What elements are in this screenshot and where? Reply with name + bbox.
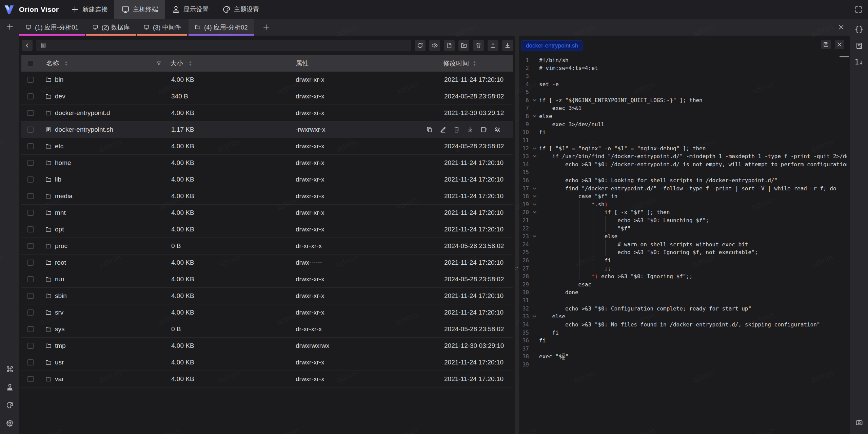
doc-bookmark-icon[interactable] [855, 42, 863, 50]
sort-icon[interactable] [63, 61, 69, 67]
path-input[interactable] [36, 40, 411, 51]
sort-lines-icon[interactable]: 1↓ [855, 59, 863, 66]
file-name: dev [55, 93, 65, 100]
row-checkbox[interactable] [27, 160, 34, 166]
add-tab-button[interactable] [255, 19, 277, 36]
row-checkbox[interactable] [27, 93, 34, 99]
row-checkbox[interactable] [27, 210, 34, 216]
fold-chevron-icon[interactable] [532, 202, 537, 207]
menu-item-2[interactable]: 主机终端 [114, 0, 165, 19]
file-row-lib[interactable]: lib4.00 KBdrwxr-xr-x2021-11-24 17:20:10 [21, 171, 513, 188]
file-row-usr[interactable]: usr4.00 KBdrwxr-xr-x2021-11-24 17:20:10 [21, 354, 513, 371]
file-row-dev[interactable]: dev340 Bdrwxr-xr-x2024-05-28 23:58:02 [21, 88, 513, 105]
menu-item-4[interactable]: 主题设置 [215, 0, 266, 19]
download-button[interactable] [502, 40, 513, 51]
delete-icon[interactable] [453, 126, 460, 133]
terminal-tab-3[interactable]: (3) 中间件 [137, 19, 187, 36]
gear-icon[interactable] [6, 419, 14, 427]
code-area[interactable]: 1#!/bin/sh2# vim:sw=4:ts=4:et34set -e56i… [519, 56, 847, 434]
row-checkbox[interactable] [27, 293, 34, 299]
download-file-icon[interactable] [467, 126, 474, 133]
row-checkbox[interactable] [27, 276, 34, 282]
trash-button[interactable] [473, 40, 484, 51]
file-row-tmp[interactable]: tmp4.00 KBdrwxrwxrwx2021-12-30 03:29:10 [21, 338, 513, 354]
file-row-docker-entrypoint.d[interactable]: docker-entrypoint.d4.00 KBdrwxr-xr-x2021… [21, 105, 513, 121]
row-checkbox[interactable] [27, 143, 34, 149]
file-row-var[interactable]: var4.00 KBdrwxr-xr-x2021-11-24 17:20:10 [21, 371, 513, 388]
save-button[interactable] [821, 40, 831, 49]
row-checkbox[interactable] [27, 376, 34, 382]
fullscreen-icon[interactable] [854, 5, 863, 14]
palette-icon[interactable] [6, 401, 14, 409]
fold-chevron-icon[interactable] [532, 146, 537, 151]
file-row-home[interactable]: home4.00 KBdrwxr-xr-x2021-11-24 17:20:10 [21, 155, 513, 171]
edit-icon[interactable] [439, 126, 447, 133]
command-icon[interactable] [6, 365, 14, 373]
panel-splitter[interactable] [515, 36, 519, 434]
refresh-button[interactable] [415, 40, 426, 51]
close-all-button[interactable] [837, 19, 850, 36]
terminal-tab-1[interactable]: (1) 应用-分析01 [19, 19, 85, 36]
file-name: bin [55, 76, 63, 83]
file-row-run[interactable]: run4.00 KBdrwxr-xr-x2024-05-28 23:58:02 [21, 271, 513, 288]
select-all-checkbox[interactable] [27, 60, 34, 67]
row-checkbox[interactable] [27, 226, 34, 232]
file-name: media [55, 192, 73, 200]
new-file-button[interactable] [444, 40, 455, 51]
menu-item-3[interactable]: 显示设置 [165, 0, 215, 19]
row-checkbox[interactable] [27, 193, 34, 199]
sort-icon[interactable] [188, 61, 193, 67]
upload-button[interactable] [488, 40, 498, 51]
fold-chevron-icon[interactable] [532, 194, 537, 199]
new-connection-button[interactable] [5, 22, 14, 31]
camera-icon[interactable] [855, 418, 863, 434]
fold-chevron-icon[interactable] [532, 114, 537, 119]
fold-chevron-icon[interactable] [532, 186, 537, 191]
row-checkbox[interactable] [27, 359, 34, 365]
file-row-opt[interactable]: opt4.00 KBdrwxr-xr-x2021-11-24 17:20:10 [21, 221, 513, 238]
fold-chevron-icon[interactable] [532, 154, 537, 159]
file-row-bin[interactable]: bin4.00 KBdrwxr-xr-x2021-11-24 17:20:10 [21, 72, 513, 88]
row-checkbox[interactable] [27, 243, 34, 249]
back-button[interactable] [22, 40, 33, 51]
terminal-tab-2[interactable]: (2) 数据库 [86, 19, 136, 36]
row-checkbox[interactable] [27, 326, 34, 332]
fold-chevron-icon[interactable] [532, 97, 537, 102]
row-checkbox[interactable] [27, 176, 34, 183]
brand: Orion Visor [0, 0, 59, 19]
file-row-srv[interactable]: srv4.00 KBdrwxr-xr-x2021-11-24 17:20:10 [21, 304, 513, 321]
row-checkbox[interactable] [27, 127, 34, 133]
row-checkbox[interactable] [27, 110, 34, 116]
sort-icon[interactable] [472, 61, 477, 67]
file-row-media[interactable]: media4.00 KBdrwxr-xr-x2021-11-24 17:20:1… [21, 188, 513, 205]
monitor-icon [143, 24, 150, 30]
line-number: 14 [519, 161, 529, 167]
new-folder-button[interactable] [458, 40, 469, 51]
row-checkbox[interactable] [27, 260, 34, 266]
filter-icon[interactable] [156, 61, 162, 67]
row-checkbox[interactable] [27, 309, 34, 316]
stamp-icon[interactable] [6, 383, 14, 391]
file-row-etc[interactable]: etc4.00 KBdrwxr-xr-x2024-05-28 23:58:02 [21, 138, 513, 155]
terminal-tab-4[interactable]: (4) 应用-分析02 [189, 19, 254, 36]
row-checkbox[interactable] [27, 343, 34, 349]
row-checkbox[interactable] [27, 77, 34, 83]
file-dots-icon[interactable] [480, 126, 487, 133]
braces-icon[interactable]: {} [855, 26, 863, 33]
menu-item-1[interactable]: 新建连接 [64, 0, 114, 19]
eye-button[interactable] [429, 40, 440, 51]
file-row-sys[interactable]: sys0 Bdr-xr-xr-x2024-05-28 23:58:02 [21, 321, 513, 338]
fold-chevron-icon[interactable] [532, 234, 537, 239]
file-row-root[interactable]: root4.00 KBdrwx------2021-11-24 17:20:10 [21, 254, 513, 271]
editor-file-tag[interactable]: docker-entrypoint.sh [521, 40, 583, 51]
permissions-icon[interactable] [494, 126, 501, 133]
file-row-mnt[interactable]: mnt4.00 KBdrwxr-xr-x2021-11-24 17:20:10 [21, 205, 513, 221]
file-row-proc[interactable]: proc0 Bdr-xr-xr-x2024-05-28 23:58:02 [21, 238, 513, 254]
file-row-docker-entrypoint.sh[interactable]: docker-entrypoint.sh1.17 KB-rwxrwxr-x [21, 121, 513, 138]
copy-icon[interactable] [426, 126, 433, 133]
code-line-3: 3 [519, 72, 847, 80]
file-row-sbin[interactable]: sbin4.00 KBdrwxr-xr-x2021-11-24 17:20:10 [21, 288, 513, 304]
fold-chevron-icon[interactable] [532, 314, 537, 319]
fold-chevron-icon[interactable] [532, 210, 537, 215]
close-editor-button[interactable] [835, 40, 844, 49]
